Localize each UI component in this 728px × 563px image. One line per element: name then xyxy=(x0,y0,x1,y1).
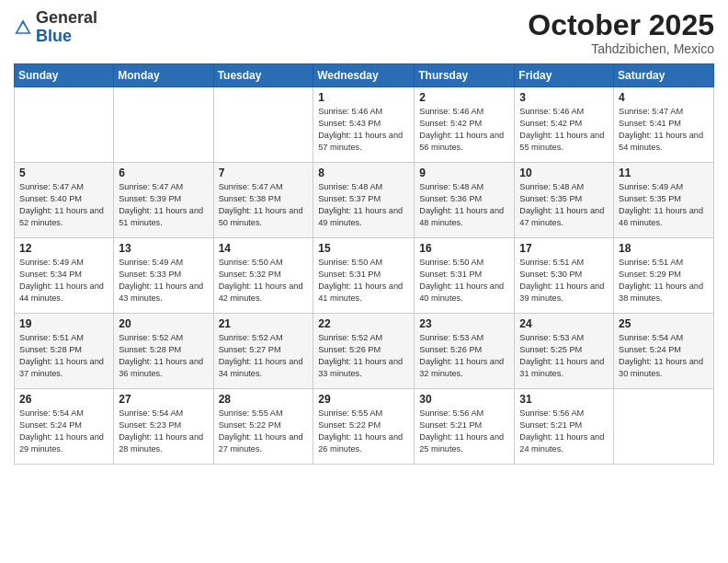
calendar-cell: 4Sunrise: 5:47 AMSunset: 5:41 PMDaylight… xyxy=(614,87,714,163)
day-info: Sunrise: 5:53 AMSunset: 5:26 PMDaylight:… xyxy=(419,332,509,380)
day-info: Sunrise: 5:56 AMSunset: 5:21 PMDaylight:… xyxy=(519,408,609,455)
calendar-cell: 15Sunrise: 5:50 AMSunset: 5:31 PMDayligh… xyxy=(313,238,415,314)
calendar-cell: 13Sunrise: 5:49 AMSunset: 5:33 PMDayligh… xyxy=(114,238,213,314)
day-number: 4 xyxy=(619,91,709,104)
calendar-cell: 7Sunrise: 5:47 AMSunset: 5:38 PMDaylight… xyxy=(213,163,313,238)
day-number: 19 xyxy=(19,317,108,330)
day-info: Sunrise: 5:50 AMSunset: 5:32 PMDaylight:… xyxy=(219,257,309,304)
day-info: Sunrise: 5:49 AMSunset: 5:34 PMDaylight:… xyxy=(19,257,108,304)
day-info: Sunrise: 5:46 AMSunset: 5:42 PMDaylight:… xyxy=(419,106,509,154)
page: General Blue October 2025 Tahdzibichen, … xyxy=(0,0,728,563)
day-number: 26 xyxy=(19,393,108,406)
day-number: 27 xyxy=(119,393,208,406)
calendar-cell xyxy=(114,87,213,163)
day-number: 14 xyxy=(219,242,309,255)
day-info: Sunrise: 5:48 AMSunset: 5:35 PMDaylight:… xyxy=(519,181,609,229)
day-info: Sunrise: 5:49 AMSunset: 5:33 PMDaylight:… xyxy=(119,257,208,304)
day-info: Sunrise: 5:46 AMSunset: 5:43 PMDaylight:… xyxy=(318,106,409,154)
calendar-cell: 23Sunrise: 5:53 AMSunset: 5:26 PMDayligh… xyxy=(415,314,515,389)
logo-text: General Blue xyxy=(36,9,97,46)
day-info: Sunrise: 5:53 AMSunset: 5:25 PMDaylight:… xyxy=(519,332,609,380)
day-info: Sunrise: 5:48 AMSunset: 5:36 PMDaylight:… xyxy=(419,181,509,229)
calendar-cell: 22Sunrise: 5:52 AMSunset: 5:26 PMDayligh… xyxy=(313,314,415,389)
day-number: 3 xyxy=(519,91,609,104)
day-info: Sunrise: 5:52 AMSunset: 5:28 PMDaylight:… xyxy=(119,332,208,380)
calendar-cell: 12Sunrise: 5:49 AMSunset: 5:34 PMDayligh… xyxy=(15,238,114,314)
calendar-cell: 17Sunrise: 5:51 AMSunset: 5:30 PMDayligh… xyxy=(515,238,614,314)
calendar-cell: 21Sunrise: 5:52 AMSunset: 5:27 PMDayligh… xyxy=(213,314,313,389)
day-number: 11 xyxy=(619,167,709,179)
calendar-cell: 27Sunrise: 5:54 AMSunset: 5:23 PMDayligh… xyxy=(114,389,213,465)
calendar-cell: 6Sunrise: 5:47 AMSunset: 5:39 PMDaylight… xyxy=(114,163,213,238)
calendar-cell: 20Sunrise: 5:52 AMSunset: 5:28 PMDayligh… xyxy=(114,314,213,389)
weekday-header-row: SundayMondayTuesdayWednesdayThursdayFrid… xyxy=(15,64,714,87)
calendar-table: SundayMondayTuesdayWednesdayThursdayFrid… xyxy=(14,63,714,465)
day-info: Sunrise: 5:56 AMSunset: 5:21 PMDaylight:… xyxy=(419,408,509,455)
day-info: Sunrise: 5:47 AMSunset: 5:39 PMDaylight:… xyxy=(119,181,208,229)
day-info: Sunrise: 5:52 AMSunset: 5:27 PMDaylight:… xyxy=(219,332,309,380)
day-number: 28 xyxy=(219,393,309,406)
weekday-header-saturday: Saturday xyxy=(614,64,714,87)
day-number: 18 xyxy=(619,242,709,255)
calendar-cell: 16Sunrise: 5:50 AMSunset: 5:31 PMDayligh… xyxy=(415,238,515,314)
calendar-cell: 8Sunrise: 5:48 AMSunset: 5:37 PMDaylight… xyxy=(313,163,415,238)
calendar-cell: 31Sunrise: 5:56 AMSunset: 5:21 PMDayligh… xyxy=(515,389,614,465)
day-info: Sunrise: 5:49 AMSunset: 5:35 PMDaylight:… xyxy=(619,181,709,229)
calendar-cell: 24Sunrise: 5:53 AMSunset: 5:25 PMDayligh… xyxy=(515,314,614,389)
day-info: Sunrise: 5:54 AMSunset: 5:24 PMDaylight:… xyxy=(19,408,108,455)
month-title: October 2025 xyxy=(528,9,714,41)
calendar-cell: 28Sunrise: 5:55 AMSunset: 5:22 PMDayligh… xyxy=(213,389,313,465)
calendar-cell: 19Sunrise: 5:51 AMSunset: 5:28 PMDayligh… xyxy=(15,314,114,389)
day-number: 29 xyxy=(318,393,409,406)
week-row-4: 19Sunrise: 5:51 AMSunset: 5:28 PMDayligh… xyxy=(15,314,714,389)
day-number: 31 xyxy=(519,393,609,406)
day-info: Sunrise: 5:55 AMSunset: 5:22 PMDaylight:… xyxy=(318,408,409,455)
calendar-cell xyxy=(15,87,114,163)
calendar-cell xyxy=(614,389,714,465)
calendar-cell: 14Sunrise: 5:50 AMSunset: 5:32 PMDayligh… xyxy=(213,238,313,314)
day-info: Sunrise: 5:51 AMSunset: 5:28 PMDaylight:… xyxy=(19,332,108,380)
day-info: Sunrise: 5:47 AMSunset: 5:38 PMDaylight:… xyxy=(219,181,309,229)
week-row-1: 1Sunrise: 5:46 AMSunset: 5:43 PMDaylight… xyxy=(15,87,714,163)
weekday-header-friday: Friday xyxy=(515,64,614,87)
day-info: Sunrise: 5:52 AMSunset: 5:26 PMDaylight:… xyxy=(318,332,409,380)
day-info: Sunrise: 5:51 AMSunset: 5:29 PMDaylight:… xyxy=(619,257,709,304)
calendar-cell xyxy=(213,87,313,163)
calendar-cell: 26Sunrise: 5:54 AMSunset: 5:24 PMDayligh… xyxy=(15,389,114,465)
day-number: 15 xyxy=(318,242,409,255)
calendar-cell: 2Sunrise: 5:46 AMSunset: 5:42 PMDaylight… xyxy=(415,87,515,163)
day-number: 13 xyxy=(119,242,208,255)
day-number: 22 xyxy=(318,317,409,330)
day-number: 7 xyxy=(219,167,309,179)
day-number: 30 xyxy=(419,393,509,406)
calendar-cell: 1Sunrise: 5:46 AMSunset: 5:43 PMDaylight… xyxy=(313,87,415,163)
day-number: 17 xyxy=(519,242,609,255)
day-number: 20 xyxy=(119,317,208,330)
week-row-2: 5Sunrise: 5:47 AMSunset: 5:40 PMDaylight… xyxy=(15,163,714,238)
calendar-cell: 30Sunrise: 5:56 AMSunset: 5:21 PMDayligh… xyxy=(415,389,515,465)
day-number: 9 xyxy=(419,167,509,179)
weekday-header-thursday: Thursday xyxy=(415,64,515,87)
day-number: 21 xyxy=(219,317,309,330)
calendar-cell: 3Sunrise: 5:46 AMSunset: 5:42 PMDaylight… xyxy=(515,87,614,163)
header: General Blue October 2025 Tahdzibichen, … xyxy=(14,9,714,56)
calendar-cell: 18Sunrise: 5:51 AMSunset: 5:29 PMDayligh… xyxy=(614,238,714,314)
location: Tahdzibichen, Mexico xyxy=(528,41,714,56)
weekday-header-monday: Monday xyxy=(114,64,213,87)
day-info: Sunrise: 5:50 AMSunset: 5:31 PMDaylight:… xyxy=(318,257,409,304)
calendar-cell: 9Sunrise: 5:48 AMSunset: 5:36 PMDaylight… xyxy=(415,163,515,238)
weekday-header-wednesday: Wednesday xyxy=(313,64,415,87)
calendar-cell: 11Sunrise: 5:49 AMSunset: 5:35 PMDayligh… xyxy=(614,163,714,238)
calendar-cell: 10Sunrise: 5:48 AMSunset: 5:35 PMDayligh… xyxy=(515,163,614,238)
day-number: 5 xyxy=(19,167,108,179)
day-number: 16 xyxy=(419,242,509,255)
calendar-cell: 29Sunrise: 5:55 AMSunset: 5:22 PMDayligh… xyxy=(313,389,415,465)
day-info: Sunrise: 5:54 AMSunset: 5:24 PMDaylight:… xyxy=(619,332,709,380)
day-number: 10 xyxy=(519,167,609,179)
day-number: 24 xyxy=(519,317,609,330)
logo-general-text: General xyxy=(36,8,97,27)
day-info: Sunrise: 5:47 AMSunset: 5:40 PMDaylight:… xyxy=(19,181,108,229)
day-info: Sunrise: 5:46 AMSunset: 5:42 PMDaylight:… xyxy=(519,106,609,154)
day-info: Sunrise: 5:51 AMSunset: 5:30 PMDaylight:… xyxy=(519,257,609,304)
week-row-3: 12Sunrise: 5:49 AMSunset: 5:34 PMDayligh… xyxy=(15,238,714,314)
